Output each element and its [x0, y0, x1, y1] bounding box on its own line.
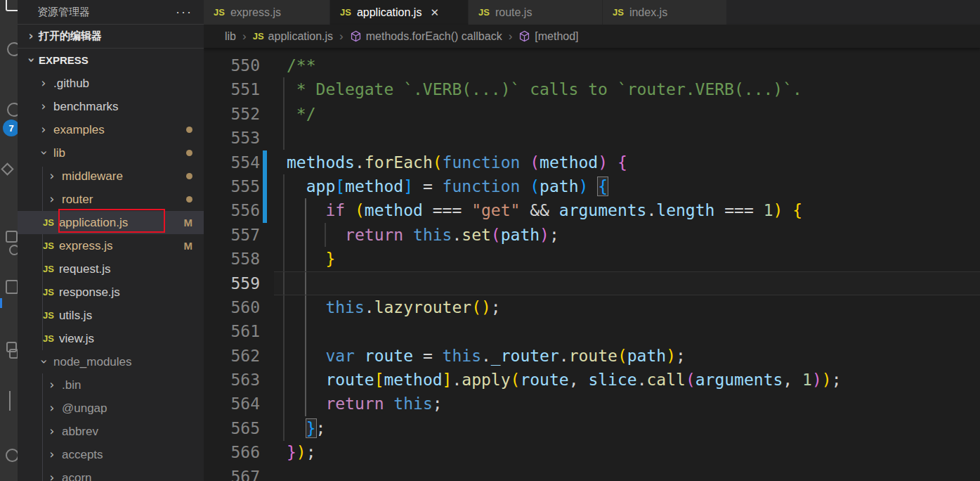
code-line-550[interactable]: 550/** [204, 53, 980, 77]
line-number[interactable]: 555 [204, 174, 260, 198]
line-number[interactable]: 561 [204, 319, 260, 343]
code-text[interactable]: }); [287, 440, 316, 464]
folder-chevron-icon[interactable]: › [47, 170, 57, 182]
code-text[interactable]: }; [287, 416, 325, 440]
tree-item-application.js[interactable]: JSapplication.jsM [18, 211, 204, 234]
code-line-552[interactable]: 552 */ [204, 102, 980, 126]
folder-chevron-icon[interactable]: › [47, 472, 57, 481]
chevron-down-icon[interactable]: › [25, 56, 37, 65]
close-icon[interactable]: ✕ [430, 6, 439, 19]
code-text[interactable]: var route = this._router.route(path); [287, 344, 686, 368]
code-line-551[interactable]: 551 * Delegate `.VERB(...)` calls to `ro… [204, 77, 980, 101]
line-number[interactable]: 554 [204, 150, 260, 174]
code-text[interactable]: app[method] = function (path) { [287, 174, 608, 198]
line-number[interactable]: 551 [204, 77, 260, 101]
line-number[interactable]: 566 [204, 440, 260, 464]
breadcrumb-item[interactable]: methods.forEach() callback [350, 30, 502, 43]
code-text[interactable]: */ [287, 102, 316, 126]
breadcrumb-item[interactable]: JSapplication.js [253, 30, 333, 43]
code-text[interactable]: this.lazyrouter(); [287, 295, 501, 319]
settings-gear-icon[interactable] [6, 449, 18, 462]
code-line-564[interactable]: 564 return this; [204, 392, 980, 416]
code-text[interactable]: return this; [287, 392, 443, 416]
tab-route.js[interactable]: JSroute.js [469, 0, 603, 25]
code-line-553[interactable]: 553 [204, 126, 980, 150]
code-text[interactable]: * Delegate `.VERB(...)` calls to `router… [287, 77, 802, 101]
code-editor[interactable]: 550/**551 * Delegate `.VERB(...)` calls … [204, 48, 980, 481]
line-number[interactable]: 553 [204, 126, 260, 150]
code-line-563[interactable]: 563 route[method].apply(route, slice.cal… [204, 368, 980, 392]
tree-item-.github[interactable]: ›.github [18, 72, 204, 95]
folder-chevron-icon[interactable]: › [47, 402, 57, 414]
folder-chevron-icon[interactable]: › [47, 449, 57, 461]
source-control-icon[interactable] [7, 103, 18, 117]
code-line-556[interactable]: 556 if (method === "get" && arguments.le… [204, 198, 980, 222]
line-number[interactable]: 564 [204, 392, 260, 416]
code-line-560[interactable]: 560 this.lazyrouter(); [204, 295, 980, 319]
line-number[interactable]: 565 [204, 416, 260, 440]
folder-chevron-icon[interactable]: › [39, 124, 48, 136]
code-line-555[interactable]: 555 app[method] = function (path) { [204, 174, 980, 198]
open-editors-section[interactable]: › 打开的编辑器 [18, 24, 204, 48]
code-text[interactable]: methods.forEach(function (method) { [287, 150, 627, 174]
run-debug-icon[interactable] [1, 162, 13, 175]
tree-item-express.js[interactable]: JSexpress.jsM [18, 234, 204, 257]
tree-item-@ungap[interactable]: ›@ungap [18, 397, 204, 420]
folder-chevron-icon[interactable]: › [47, 379, 57, 391]
folder-chevron-icon[interactable]: › [47, 425, 57, 437]
tree-item-router[interactable]: ›router [18, 188, 204, 211]
tab-application.js[interactable]: JSapplication.js✕ [330, 0, 469, 25]
folder-chevron-icon[interactable]: › [39, 101, 48, 113]
tree-item-view.js[interactable]: JSview.js [18, 327, 204, 350]
tree-item-utils.js[interactable]: JSutils.js [18, 304, 204, 327]
folder-chevron-icon[interactable]: › [38, 148, 50, 158]
tree-item-accepts[interactable]: ›accepts [18, 443, 204, 466]
line-number[interactable]: 563 [204, 368, 260, 392]
chevron-right-icon[interactable]: › [26, 30, 36, 42]
code-line-566[interactable]: 566}); [204, 440, 980, 464]
breadcrumb-item[interactable]: lib [225, 30, 236, 43]
search-icon[interactable] [7, 42, 18, 56]
line-number[interactable]: 557 [204, 223, 260, 247]
code-line-559[interactable]: 559 [204, 271, 980, 295]
line-number[interactable]: 556 [204, 198, 260, 222]
custom-view-icon[interactable] [6, 280, 18, 294]
code-text[interactable]: return this.set(path); [287, 223, 559, 247]
code-text[interactable]: /** [287, 53, 316, 77]
extensions-icon[interactable] [6, 231, 18, 243]
code-text[interactable]: if (method === "get" && arguments.length… [287, 198, 802, 222]
line-number[interactable]: 567 [204, 465, 260, 481]
line-number[interactable]: 562 [204, 344, 260, 368]
tree-item-lib[interactable]: ›lib [18, 141, 204, 165]
remote-gear-icon[interactable] [9, 245, 18, 255]
tree-item-node_modules[interactable]: ›node_modules [18, 350, 204, 373]
code-line-565[interactable]: 565 }; [204, 416, 980, 440]
code-line-554[interactable]: 554methods.forEach(function (method) { [204, 150, 980, 174]
folder-chevron-icon[interactable]: › [39, 77, 48, 89]
code-text[interactable]: route[method].apply(route, slice.call(ar… [287, 368, 842, 392]
tree-item-.bin[interactable]: ›.bin [18, 373, 204, 397]
more-actions-icon[interactable]: ··· [176, 5, 192, 20]
tree-item-acorn[interactable]: ›acorn [18, 466, 204, 481]
line-number[interactable]: 552 [204, 102, 260, 126]
code-line-561[interactable]: 561 [204, 319, 980, 343]
folder-chevron-icon[interactable]: › [38, 357, 50, 367]
code-line-567[interactable]: 567 [204, 465, 980, 481]
tree-item-abbrev[interactable]: ›abbrev [18, 420, 204, 443]
explorer-icon[interactable] [6, 0, 18, 11]
tree-item-request.js[interactable]: JSrequest.js [18, 257, 204, 281]
tab-index.js[interactable]: JSindex.js [603, 0, 727, 25]
tree-item-response.js[interactable]: JSresponse.js [18, 281, 204, 304]
folder-chevron-icon[interactable]: › [47, 193, 57, 205]
line-number[interactable]: 550 [204, 53, 260, 77]
express-section[interactable]: › EXPRESS [18, 48, 204, 72]
tab-express.js[interactable]: JSexpress.js [204, 0, 330, 25]
code-text[interactable]: } [287, 247, 335, 271]
tree-item-middleware[interactable]: ›middleware [18, 165, 204, 188]
line-number[interactable]: 559 [204, 271, 260, 295]
breadcrumb-item[interactable]: [method] [518, 30, 578, 43]
code-line-557[interactable]: 557 return this.set(path); [204, 223, 980, 247]
tree-item-benchmarks[interactable]: ›benchmarks [18, 95, 204, 118]
line-number[interactable]: 560 [204, 295, 260, 319]
code-line-558[interactable]: 558 } [204, 247, 980, 271]
